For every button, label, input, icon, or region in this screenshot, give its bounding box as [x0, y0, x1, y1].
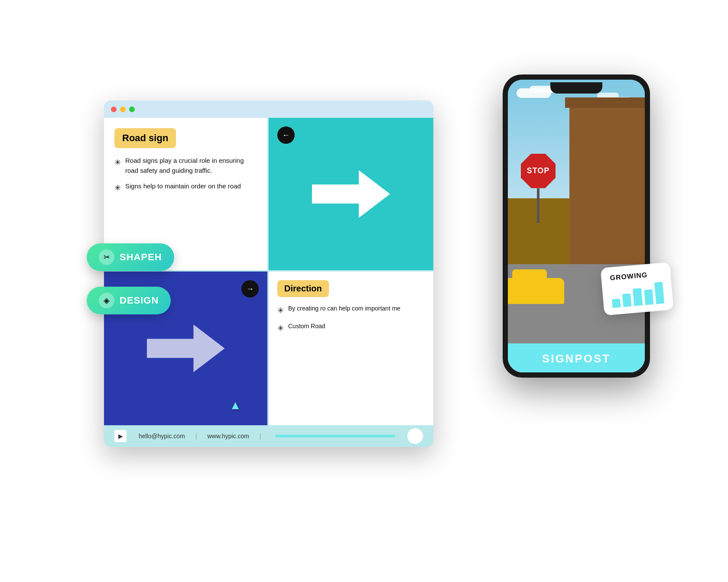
direction-title: Direction	[277, 280, 329, 297]
shapeh-label: SHAPEH	[120, 252, 162, 263]
growing-label: GROWING	[610, 270, 662, 282]
close-dot[interactable]	[111, 107, 117, 112]
direction-bullet-1: ✳ By creating ro can help com important …	[277, 304, 425, 317]
bar-5	[654, 282, 664, 304]
browser-window: Road sign ✳ Road signs play a crucial ro…	[104, 100, 433, 447]
minimize-dot[interactable]	[120, 107, 126, 112]
road-sign-title: Road sign	[114, 128, 176, 148]
signpost-text: SIGNPOST	[518, 352, 634, 365]
bar-4	[644, 289, 653, 305]
bullet-star-icon: ✳	[114, 157, 121, 175]
design-icon: ◈	[99, 293, 114, 308]
phone: STOP SIGNPOST	[503, 74, 650, 378]
direction-bullet-2: ✳ Custom Road	[277, 322, 425, 334]
phone-screen: STOP SIGNPOST	[508, 80, 645, 372]
road-sign-bullet-1: ✳ Road signs play a crucial role in ensu…	[114, 156, 257, 175]
stop-octagon: STOP	[521, 154, 556, 188]
road-sign-bullet-2: ✳ Signs help to maintain order on the ro…	[114, 181, 257, 194]
design-label: DESIGN	[120, 295, 159, 306]
maximize-dot[interactable]	[129, 107, 135, 112]
bar-3	[633, 288, 643, 306]
phone-notch	[550, 82, 602, 94]
bullet-star-icon-2: ✳	[114, 182, 121, 194]
progress-thumb[interactable]	[407, 428, 423, 444]
growing-bars	[611, 282, 664, 308]
growing-card: GROWING	[601, 262, 674, 316]
bullet-star-icon-3: ✳	[277, 305, 284, 317]
progress-bar[interactable]	[275, 435, 395, 437]
bar-2	[622, 293, 632, 307]
arrow-left-shape	[312, 170, 390, 218]
stop-sign: STOP	[521, 154, 556, 223]
shapeh-icon: ✂	[99, 249, 114, 265]
phone-taxi	[508, 278, 564, 304]
play-button[interactable]: ▶	[114, 430, 127, 442]
footer-sep-1: |	[195, 433, 197, 440]
browser-footer: ▶ hello@hypic.com | www.hypic.com |	[104, 425, 433, 447]
forward-button[interactable]: →	[241, 280, 259, 297]
footer-email: hello@hypic.com	[139, 433, 185, 440]
phone-bottom: SIGNPOST	[508, 343, 645, 372]
bullet-star-icon-4: ✳	[277, 323, 284, 334]
browser-content: Road sign ✳ Road signs play a crucial ro…	[104, 118, 433, 425]
arrow-right-shape	[147, 325, 225, 372]
browser-titlebar	[104, 100, 433, 118]
card-direction: Direction ✳ By creating ro can help com …	[269, 272, 433, 425]
back-button[interactable]: ←	[277, 126, 295, 144]
footer-sep-2: |	[260, 433, 261, 440]
bar-1	[612, 298, 621, 308]
cursor-icon: ▲	[229, 398, 241, 412]
badge-shapeh[interactable]: ✂ SHAPEH	[87, 243, 174, 271]
footer-website: www.hypic.com	[207, 433, 249, 440]
badge-design[interactable]: ◈ DESIGN	[87, 287, 171, 314]
phone-building	[569, 106, 645, 291]
card-teal: ←	[269, 118, 433, 272]
scene: Road sign ✳ Road signs play a crucial ro…	[104, 74, 624, 508]
stop-pole	[537, 188, 540, 223]
